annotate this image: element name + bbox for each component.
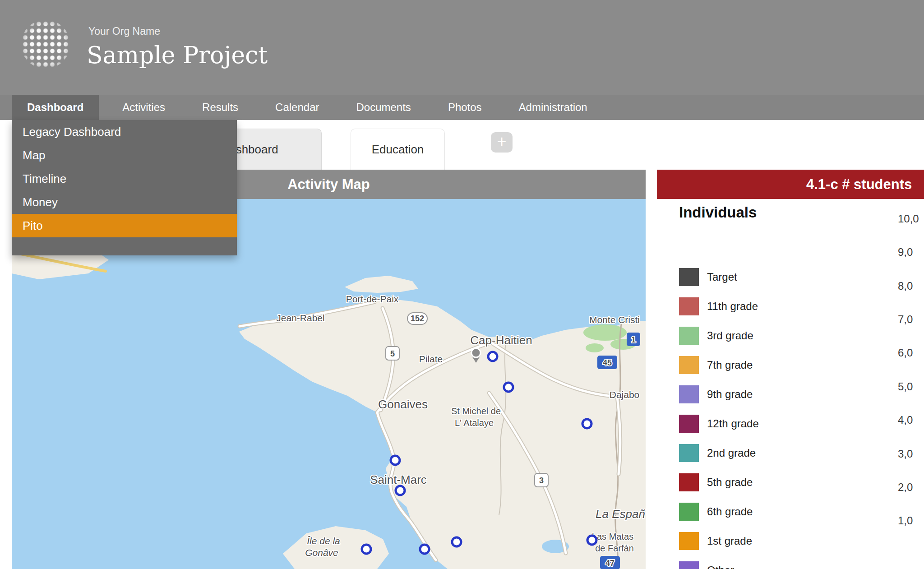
report-title: 4.1-c # students bbox=[806, 176, 912, 192]
legend-swatch bbox=[679, 503, 699, 521]
legend-label: 5th grade bbox=[707, 476, 753, 489]
org-name: Your Org Name bbox=[88, 25, 160, 37]
axis-tick: 2,0 bbox=[898, 481, 913, 494]
legend-swatch bbox=[679, 532, 699, 550]
main-nav: Dashboard Activities Results Calendar Do… bbox=[0, 95, 924, 120]
dashboard-dropdown-menu: Legacy Dashboard Map Timeline Money Pito bbox=[12, 120, 237, 255]
app-screen: Your Org Name Sample Project Dashboard A… bbox=[0, 0, 924, 569]
nav-item-photos[interactable]: Photos bbox=[434, 95, 495, 120]
map-label-la-espanola: La Españ bbox=[596, 507, 645, 521]
activity-marker[interactable] bbox=[391, 456, 400, 465]
activity-marker[interactable] bbox=[504, 383, 513, 392]
legend-swatch bbox=[679, 473, 699, 491]
legend-swatch bbox=[679, 297, 699, 315]
legend-item-5th-grade[interactable]: 5th grade bbox=[679, 473, 759, 491]
activity-marker[interactable] bbox=[420, 545, 429, 554]
legend-item-11th-grade[interactable]: 11th grade bbox=[679, 297, 759, 315]
legend-item-1st-grade[interactable]: 1st grade bbox=[679, 532, 759, 550]
menu-item-legacy-dashboard[interactable]: Legacy Dashboard bbox=[12, 120, 237, 143]
axis-tick: 7,0 bbox=[898, 313, 913, 326]
activity-marker[interactable] bbox=[582, 419, 591, 428]
nav-item-dashboard[interactable]: Dashboard bbox=[12, 95, 99, 120]
map-label-gonave-2: Gonâve bbox=[305, 547, 338, 558]
map-label-gonave-1: Île de la bbox=[307, 536, 340, 546]
activity-map-title: Activity Map bbox=[287, 176, 370, 193]
legend-label: 1st grade bbox=[707, 535, 752, 547]
map-label-gonaives: Gonaives bbox=[378, 398, 428, 411]
axis-tick: 10,0 bbox=[898, 213, 919, 225]
legend-item-target[interactable]: Target bbox=[679, 268, 759, 286]
menu-item-money[interactable]: Money bbox=[12, 190, 237, 214]
add-tab-button[interactable]: + bbox=[491, 132, 513, 153]
axis-tick: 1,0 bbox=[898, 514, 913, 527]
map-label-cap-haitien: Cap-Haitien bbox=[470, 333, 532, 347]
nav-item-results[interactable]: Results bbox=[189, 95, 252, 120]
activity-marker[interactable] bbox=[396, 486, 405, 495]
chart-title: Individuals bbox=[679, 204, 757, 221]
legend-label: 3rd grade bbox=[707, 329, 753, 342]
activity-marker[interactable] bbox=[587, 536, 596, 545]
svg-text:5: 5 bbox=[390, 349, 395, 358]
report-panel: 4.1-c # students Individuals 10,0 9,0 8,… bbox=[657, 170, 924, 569]
legend-label: 11th grade bbox=[707, 300, 758, 313]
report-header: 4.1-c # students bbox=[657, 170, 924, 199]
nav-item-documents[interactable]: Documents bbox=[342, 95, 424, 120]
map-label-pilate: Pilate bbox=[419, 354, 443, 364]
legend-label: 7th grade bbox=[707, 359, 753, 371]
menu-item-map[interactable]: Map bbox=[12, 143, 237, 167]
legend-item-12th-grade[interactable]: 12th grade bbox=[679, 415, 759, 433]
legend-swatch bbox=[679, 385, 699, 403]
legend-label: 12th grade bbox=[707, 417, 759, 430]
road-shield-3: 3 bbox=[535, 473, 548, 487]
svg-text:1: 1 bbox=[631, 335, 636, 344]
legend-swatch bbox=[679, 415, 699, 433]
activity-marker[interactable] bbox=[452, 537, 461, 546]
legend-swatch bbox=[679, 561, 699, 569]
tab-education[interactable]: Education bbox=[351, 129, 445, 170]
legend-swatch bbox=[679, 444, 699, 462]
legend-label: 9th grade bbox=[707, 388, 753, 401]
road-shield-1: 1 bbox=[627, 333, 640, 346]
svg-text:47: 47 bbox=[605, 559, 614, 568]
org-logo bbox=[21, 20, 70, 69]
legend-item-7th-grade[interactable]: 7th grade bbox=[679, 356, 759, 374]
legend-item-3rd-grade[interactable]: 3rd grade bbox=[679, 327, 759, 345]
svg-text:3: 3 bbox=[539, 476, 544, 485]
chart-legend: Target 11th grade 3rd grade 7th grade 9t… bbox=[679, 268, 759, 569]
legend-item-6th-grade[interactable]: 6th grade bbox=[679, 503, 759, 521]
road-shield-45: 45 bbox=[597, 356, 617, 369]
map-label-port-de-paix: Port-de-Paix bbox=[346, 294, 399, 304]
map-label-jean-rabel: Jean-Rabel bbox=[276, 313, 324, 323]
svg-text:152: 152 bbox=[411, 314, 424, 323]
menu-item-timeline[interactable]: Timeline bbox=[12, 167, 237, 190]
app-header: Your Org Name Sample Project Dashboard A… bbox=[0, 0, 924, 120]
nav-item-calendar[interactable]: Calendar bbox=[262, 95, 333, 120]
nav-item-administration[interactable]: Administration bbox=[505, 95, 601, 120]
axis-tick: 5,0 bbox=[898, 380, 913, 393]
project-title: Sample Project bbox=[87, 42, 268, 69]
legend-item-9th-grade[interactable]: 9th grade bbox=[679, 385, 759, 403]
map-label-st-michel-2: L' Atalaye bbox=[455, 418, 494, 428]
axis-tick: 6,0 bbox=[898, 347, 913, 359]
activity-marker[interactable] bbox=[488, 352, 497, 361]
map-label-st-michel-1: St Michel de bbox=[451, 406, 501, 416]
legend-item-other[interactable]: Other bbox=[679, 561, 759, 569]
legend-label: Target bbox=[707, 271, 737, 283]
axis-tick: 4,0 bbox=[898, 414, 913, 426]
legend-swatch bbox=[679, 268, 699, 286]
map-vegetation bbox=[586, 343, 604, 352]
road-shield-152: 152 bbox=[407, 313, 427, 324]
legend-item-2nd-grade[interactable]: 2nd grade bbox=[679, 444, 759, 462]
activity-marker[interactable] bbox=[362, 545, 371, 554]
legend-label: 6th grade bbox=[707, 505, 753, 518]
menu-item-pito[interactable]: Pito bbox=[12, 214, 237, 237]
map-label-dajabon: Dajabo bbox=[610, 389, 640, 400]
legend-label: 2nd grade bbox=[707, 447, 756, 459]
map-label-las-matas-1: Las Matas bbox=[592, 532, 633, 541]
axis-tick: 3,0 bbox=[898, 448, 913, 460]
nav-item-activities[interactable]: Activities bbox=[109, 95, 179, 120]
map-label-las-matas-2: de Farfán bbox=[595, 543, 634, 553]
legend-swatch bbox=[679, 356, 699, 374]
map-label-saint-marc: Saint-Marc bbox=[370, 473, 427, 486]
svg-text:45: 45 bbox=[603, 358, 612, 367]
